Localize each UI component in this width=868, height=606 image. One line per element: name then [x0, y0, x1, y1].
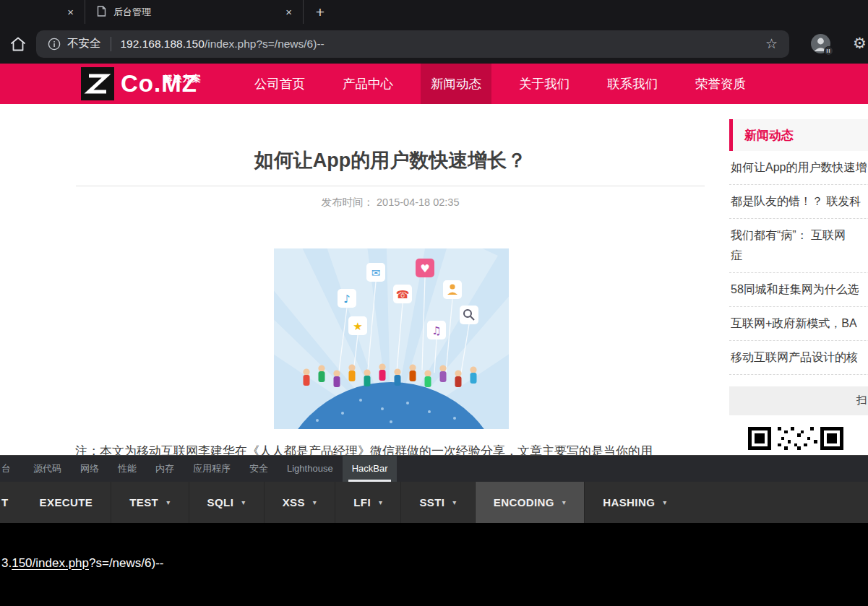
gear-icon[interactable]: ⚙	[853, 35, 867, 52]
article-title: 如何让App的用户数快速增长？	[76, 147, 705, 173]
news-item[interactable]: 移动互联网产品设计的核	[729, 341, 868, 375]
svg-text:♫: ♫	[431, 324, 441, 337]
tab-title: 后台管理	[113, 6, 151, 19]
close-icon[interactable]: ×	[282, 6, 296, 18]
logo-text: Co.MZ解决方案	[121, 67, 197, 100]
page-icon	[97, 6, 106, 19]
dropdown-caret-icon: ▾	[452, 498, 456, 506]
button-label: XSS	[283, 496, 305, 508]
browser-tab-backend[interactable]: 后台管理 ×	[85, 0, 304, 24]
main-nav: 公司首页 产品中心 新闻动态 关于我们 联系我们 荣誉资质	[236, 64, 765, 104]
browser-window: × 后台管理 × + 不安全 192.168.188.150/ind	[0, 0, 868, 606]
hackbar-button-xss[interactable]: XSS ▾	[264, 482, 335, 523]
svg-text:♥: ♥	[420, 262, 429, 275]
news-item[interactable]: 都是队友的错！？ 联发科	[729, 185, 868, 219]
hackbar-button-ssti[interactable]: SSTI ▾	[400, 482, 474, 523]
url-path: /index.php?s=/news/6)--	[205, 38, 325, 50]
article-divider	[76, 186, 705, 186]
svg-text:♪: ♪	[343, 293, 351, 306]
qr-label: 扫	[856, 394, 867, 407]
nav-item-products[interactable]: 产品中心	[332, 64, 403, 104]
url-divider	[111, 37, 111, 51]
browser-tab-1[interactable]: ×	[0, 0, 85, 24]
tab-sources[interactable]: 源代码	[24, 456, 71, 482]
pause-badge-icon: II	[824, 46, 833, 56]
button-label: HASHING	[603, 496, 655, 508]
publish-time: 发布时间： 2015-04-18 02:35	[76, 196, 705, 209]
devtools-tab-bar: 台 源代码 网络 性能 内存 应用程序 安全 Lighthouse HackBa…	[0, 456, 868, 482]
hackbar-button-execute[interactable]: EXECUTE	[22, 482, 111, 523]
hackbar-button-sqli[interactable]: SQLI ▾	[189, 482, 264, 523]
dropdown-caret-icon: ▾	[166, 498, 170, 506]
hackbar-button-lfi[interactable]: LFI ▾	[335, 482, 400, 523]
url-text: 192.168.188.150/index.php?s=/news/6)--	[121, 38, 325, 51]
favorite-star-icon[interactable]: ☆	[765, 35, 778, 52]
address-bar[interactable]: 不安全 192.168.188.150/index.php?s=/news/6)…	[36, 30, 789, 58]
svg-text:☎: ☎	[396, 288, 410, 301]
hackbar-url-display[interactable]: 3.150/index.php?s=/news/6)--	[0, 523, 868, 606]
news-list: 如何让App的用户数快速增 都是队友的错！？ 联发科 我们都有“病”： 互联网 …	[729, 151, 868, 375]
tab-application[interactable]: 应用程序	[184, 456, 240, 482]
tab-security[interactable]: 安全	[240, 456, 278, 482]
button-label: SSTI	[419, 496, 444, 508]
svg-text:✉: ✉	[371, 267, 381, 280]
tab-lighthouse[interactable]: Lighthouse	[278, 456, 343, 482]
button-label: ENCODING	[494, 496, 554, 508]
dropdown-caret-icon: ▾	[241, 498, 245, 506]
dropdown-caret-icon: ▾	[562, 498, 566, 506]
button-label: SQLI	[207, 496, 234, 508]
button-label: EXECUTE	[40, 496, 93, 508]
url-host: 192.168.188.150	[121, 38, 205, 50]
close-icon[interactable]: ×	[64, 6, 77, 18]
qr-section-header: 扫	[729, 386, 868, 415]
tab-strip: × 后台管理 × +	[0, 0, 868, 24]
hackbar-button-encoding[interactable]: ENCODING ▾	[475, 482, 584, 523]
home-icon[interactable]	[9, 35, 27, 53]
nav-item-home[interactable]: 公司首页	[244, 64, 315, 104]
site-header: Co.MZ解决方案 公司首页 产品中心 新闻动态 关于我们 联系我们 荣誉资质	[0, 64, 868, 104]
news-item[interactable]: 如何让App的用户数快速增	[729, 151, 868, 185]
hackbar-button-hashing[interactable]: HASHING ▾	[584, 482, 684, 523]
profile-icon[interactable]: II	[811, 34, 830, 53]
button-label: LFI	[353, 496, 371, 508]
url-segment-underlined: 150/index.php	[12, 556, 89, 570]
address-bar-row: 不安全 192.168.188.150/index.php?s=/news/6)…	[0, 24, 868, 64]
info-icon[interactable]	[48, 38, 61, 51]
dropdown-caret-icon: ▾	[663, 498, 666, 506]
news-item[interactable]: 58同城和赶集网为什么选	[729, 273, 868, 307]
hackbar-button-test[interactable]: TEST ▾	[111, 482, 188, 523]
tab-performance[interactable]: 性能	[108, 456, 146, 482]
url-segment: 3.	[1, 556, 12, 570]
dropdown-caret-icon: ▾	[379, 498, 382, 506]
security-label: 不安全	[67, 36, 101, 51]
article-illustration: ♪ ✉ ☎ ♥ ★ ♫	[274, 248, 509, 429]
logo-tagline: 解决方案	[164, 62, 202, 95]
devtools-panel: 台 源代码 网络 性能 内存 应用程序 安全 Lighthouse HackBa…	[0, 455, 868, 606]
tab-console-partial[interactable]: 台	[0, 456, 15, 482]
sidebar-title: 新闻动态	[744, 127, 794, 144]
sidebar-header: 新闻动态	[729, 119, 868, 151]
news-item[interactable]: 我们都有“病”： 互联网 症	[729, 219, 868, 273]
dropdown-caret-icon: ▾	[313, 498, 317, 506]
button-label: TEST	[129, 496, 158, 508]
tab-network[interactable]: 网络	[71, 456, 108, 482]
hackbar-button-partial[interactable]: T	[0, 482, 16, 523]
browser-chrome: × 后台管理 × + 不安全 192.168.188.150/ind	[0, 0, 868, 64]
new-tab-button[interactable]: +	[304, 0, 337, 24]
site-logo[interactable]: Co.MZ解决方案	[81, 67, 197, 100]
tab-hackbar[interactable]: HackBar	[343, 456, 398, 482]
nav-item-about[interactable]: 关于我们	[509, 64, 580, 104]
tab-memory[interactable]: 内存	[146, 456, 184, 482]
svg-text:★: ★	[353, 320, 362, 333]
url-segment: ?s=/news/6)--	[89, 556, 163, 570]
nav-item-honor[interactable]: 荣誉资质	[685, 64, 756, 104]
news-item[interactable]: 互联网+政府新模式，BA	[729, 307, 868, 341]
nav-item-news[interactable]: 新闻动态	[421, 64, 491, 104]
nav-item-contact[interactable]: 联系我们	[597, 64, 668, 104]
hackbar-toolbar: T EXECUTE TEST ▾ SQLI ▾ XSS ▾ LFI ▾ SSTI	[0, 482, 868, 523]
hackbar-url-text: 3.150/index.php?s=/news/6)--	[1, 556, 163, 570]
logo-icon	[81, 67, 114, 100]
